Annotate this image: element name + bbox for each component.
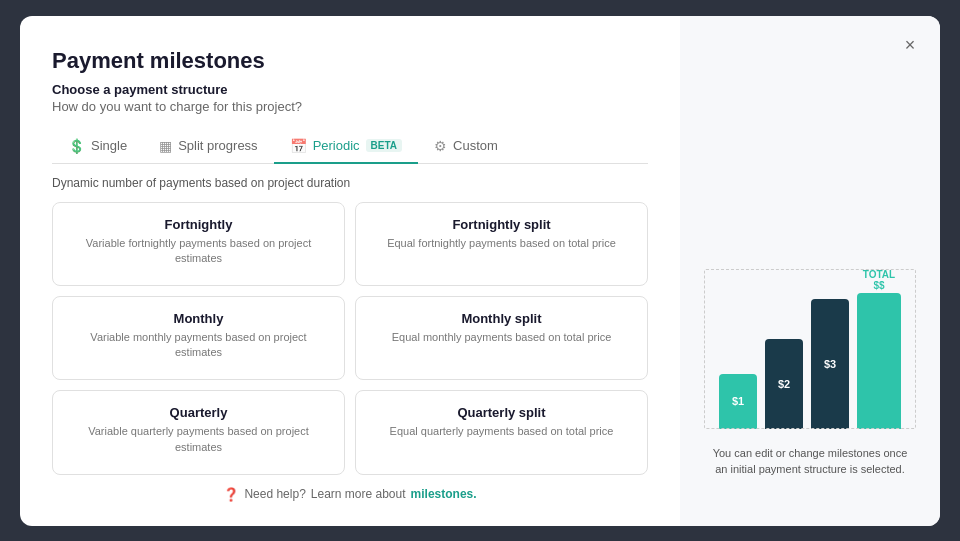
bar-3: $3 (811, 299, 849, 429)
total-bar-wrapper: TOTAL$$ (857, 269, 901, 429)
bar-1-group: $1 (719, 269, 757, 429)
option-quarterly-split-title: Quarterly split (372, 405, 631, 420)
split-icon: ▦ (159, 138, 172, 154)
tab-periodic-label: Periodic (313, 138, 360, 153)
options-grid: Fortnightly Variable fortnightly payment… (52, 202, 648, 475)
option-monthly[interactable]: Monthly Variable monthly payments based … (52, 296, 345, 380)
option-quarterly-title: Quarterly (69, 405, 328, 420)
modal-right: $1 $2 $3 TOTAL$$ You can edit or change … (680, 16, 940, 526)
single-icon: 💲 (68, 138, 85, 154)
bar-2-group: $2 (765, 269, 803, 429)
option-quarterly-desc: Variable quarterly payments based on pro… (69, 424, 328, 455)
tab-custom-label: Custom (453, 138, 498, 153)
option-fortnightly-split[interactable]: Fortnightly split Equal fortnightly paym… (355, 202, 648, 286)
help-text: Need help? (244, 487, 305, 501)
chart-area: $1 $2 $3 TOTAL$$ (704, 269, 916, 429)
option-quarterly-split-desc: Equal quarterly payments based on total … (372, 424, 631, 439)
option-monthly-split[interactable]: Monthly split Equal monthly payments bas… (355, 296, 648, 380)
modal: Payment milestones Choose a payment stru… (20, 16, 940, 526)
option-monthly-split-desc: Equal monthly payments based on total pr… (372, 330, 631, 345)
beta-badge: BETA (366, 139, 402, 152)
tab-split-progress[interactable]: ▦ Split progress (143, 130, 273, 164)
option-fortnightly-split-desc: Equal fortnightly payments based on tota… (372, 236, 631, 251)
option-quarterly-split[interactable]: Quarterly split Equal quarterly payments… (355, 390, 648, 474)
tab-custom[interactable]: ⚙ Custom (418, 130, 514, 164)
choose-label: Choose a payment structure (52, 82, 648, 97)
bar-3-group: $3 (811, 269, 849, 429)
chart-caption: You can edit or change milestones oncean… (713, 445, 908, 478)
option-monthly-split-title: Monthly split (372, 311, 631, 326)
option-quarterly[interactable]: Quarterly Variable quarterly payments ba… (52, 390, 345, 474)
option-monthly-title: Monthly (69, 311, 328, 326)
option-monthly-desc: Variable monthly payments based on proje… (69, 330, 328, 361)
modal-title: Payment milestones (52, 48, 648, 74)
option-fortnightly-split-title: Fortnightly split (372, 217, 631, 232)
option-fortnightly-desc: Variable fortnightly payments based on p… (69, 236, 328, 267)
option-fortnightly[interactable]: Fortnightly Variable fortnightly payment… (52, 202, 345, 286)
help-link-text: Learn more about (311, 487, 406, 501)
modal-overlay: Payment milestones Choose a payment stru… (0, 0, 960, 541)
total-label: TOTAL$$ (863, 269, 895, 291)
choose-sub: How do you want to charge for this proje… (52, 99, 648, 114)
tab-periodic[interactable]: 📅 Periodic BETA (274, 130, 418, 164)
modal-left: Payment milestones Choose a payment stru… (20, 16, 680, 526)
subtitle: Dynamic number of payments based on proj… (52, 176, 648, 190)
bar-1: $1 (719, 374, 757, 429)
option-fortnightly-title: Fortnightly (69, 217, 328, 232)
close-button[interactable]: × (896, 32, 924, 60)
tab-split-label: Split progress (178, 138, 257, 153)
tab-single-label: Single (91, 138, 127, 153)
bar-2: $2 (765, 339, 803, 429)
tab-single[interactable]: 💲 Single (52, 130, 143, 164)
help-row: ❓ Need help? Learn more about milestones… (52, 487, 648, 502)
help-icon: ❓ (223, 487, 239, 502)
periodic-icon: 📅 (290, 138, 307, 154)
total-bar (857, 293, 901, 429)
custom-icon: ⚙ (434, 138, 447, 154)
tabs: 💲 Single ▦ Split progress 📅 Periodic BET… (52, 130, 648, 164)
help-link[interactable]: milestones. (411, 487, 477, 501)
